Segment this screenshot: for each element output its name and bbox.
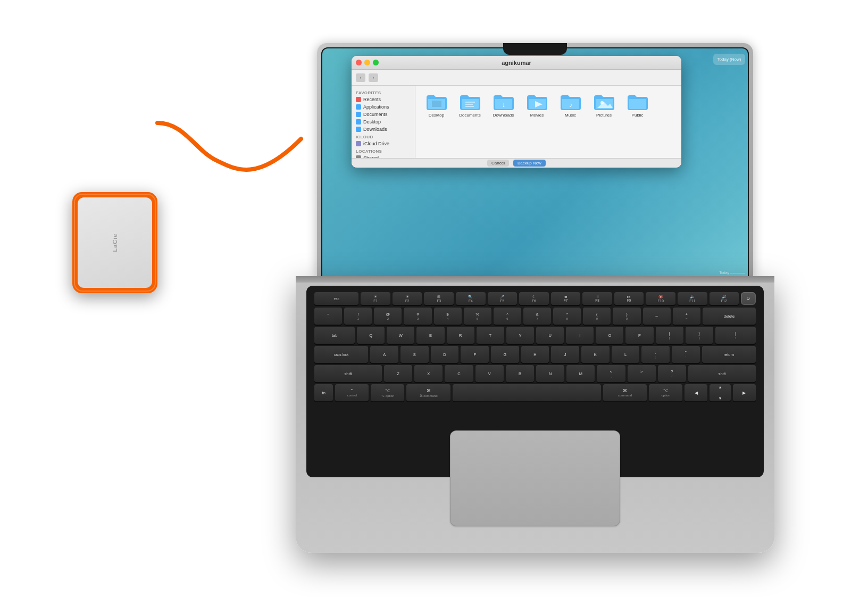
- key-arrow-updown[interactable]: ▲▼: [710, 384, 730, 401]
- trackpad[interactable]: [450, 430, 620, 526]
- key-9[interactable]: (9: [583, 308, 611, 325]
- key-v[interactable]: V: [475, 365, 504, 382]
- key-e[interactable]: E: [416, 327, 444, 344]
- sidebar-item-downloads[interactable]: Downloads: [352, 126, 415, 133]
- key-return[interactable]: return: [702, 346, 756, 363]
- key-equals[interactable]: +=: [673, 308, 700, 325]
- key-y[interactable]: Y: [506, 327, 534, 344]
- key-f6[interactable]: ☾F6: [519, 292, 549, 305]
- key-n[interactable]: N: [536, 365, 564, 382]
- key-semicolon[interactable]: :;: [641, 346, 670, 363]
- key-k[interactable]: K: [581, 346, 610, 363]
- key-fn[interactable]: fn: [314, 384, 333, 401]
- desktop-folder-icon: [425, 92, 448, 111]
- key-0[interactable]: )0: [613, 308, 640, 325]
- key-comma[interactable]: <,: [597, 365, 625, 382]
- key-l[interactable]: L: [612, 346, 640, 363]
- file-item-movies[interactable]: Movies: [522, 92, 552, 118]
- sidebar-item-desktop[interactable]: Desktop: [352, 118, 415, 126]
- key-x[interactable]: X: [414, 365, 443, 382]
- key-u[interactable]: U: [536, 327, 564, 344]
- key-shift-right[interactable]: shift: [688, 365, 756, 382]
- key-1[interactable]: !1: [344, 308, 372, 325]
- key-tab[interactable]: tab: [314, 327, 355, 344]
- key-o[interactable]: O: [596, 327, 623, 344]
- backup-now-button[interactable]: Backup Now: [513, 160, 546, 167]
- key-shift-left[interactable]: shift: [314, 365, 382, 382]
- key-f8[interactable]: ⏸F8: [582, 292, 612, 305]
- minimize-button[interactable]: [364, 60, 370, 65]
- key-command-right[interactable]: ⌘command: [603, 384, 647, 401]
- key-delete[interactable]: delete: [703, 308, 756, 325]
- key-7[interactable]: &7: [523, 308, 551, 325]
- key-command-left[interactable]: ⌘⌘ command: [406, 384, 450, 401]
- file-item-downloads[interactable]: ↓ Downloads: [489, 92, 518, 118]
- key-s[interactable]: S: [400, 346, 429, 363]
- sidebar-item-applications[interactable]: Applications: [352, 103, 415, 111]
- nav-back-button[interactable]: ‹: [356, 73, 365, 82]
- file-item-pictures[interactable]: Pictures: [589, 92, 619, 118]
- file-item-music[interactable]: ♪ Music: [556, 92, 585, 118]
- key-g[interactable]: G: [491, 346, 519, 363]
- key-f7[interactable]: ⏮F7: [551, 292, 581, 305]
- key-i[interactable]: I: [566, 327, 594, 344]
- key-8[interactable]: *8: [553, 308, 581, 325]
- key-f10[interactable]: 🔇F10: [646, 292, 675, 305]
- key-option-left[interactable]: ⌥⌥ option: [371, 384, 404, 401]
- key-d[interactable]: D: [431, 346, 459, 363]
- key-minus[interactable]: _-: [643, 308, 671, 325]
- key-f2[interactable]: ☀F2: [393, 292, 422, 305]
- key-p[interactable]: P: [625, 327, 653, 344]
- file-item-desktop[interactable]: Desktop: [422, 92, 451, 118]
- key-f5[interactable]: 🎤F5: [488, 292, 518, 305]
- key-space[interactable]: [453, 384, 601, 401]
- key-f9[interactable]: ⏭F9: [614, 292, 644, 305]
- key-c[interactable]: C: [445, 365, 473, 382]
- sidebar-item-icloud[interactable]: iCloud Drive: [352, 140, 415, 147]
- sidebar-item-recents[interactable]: Recents: [352, 96, 415, 103]
- key-4[interactable]: $4: [434, 308, 462, 325]
- key-b[interactable]: B: [506, 365, 534, 382]
- file-item-documents[interactable]: Documents: [455, 92, 485, 118]
- key-arrow-right[interactable]: ▶: [733, 384, 756, 401]
- key-r[interactable]: R: [447, 327, 474, 344]
- key-option-right[interactable]: ⌥option: [649, 384, 682, 401]
- key-f[interactable]: F: [461, 346, 489, 363]
- file-item-public[interactable]: Public: [623, 92, 652, 118]
- key-2[interactable]: @2: [374, 308, 402, 325]
- key-h[interactable]: H: [521, 346, 549, 363]
- key-m[interactable]: M: [566, 365, 595, 382]
- close-button[interactable]: [356, 60, 362, 65]
- key-3[interactable]: #3: [404, 308, 431, 325]
- key-power[interactable]: ⏻: [741, 292, 756, 305]
- key-arrow-left[interactable]: ◀: [685, 384, 707, 401]
- key-backtick[interactable]: ~`: [314, 308, 342, 325]
- key-slash[interactable]: ?/: [658, 365, 686, 382]
- finder-window[interactable]: agnikumar ‹ › Favorites Recents: [352, 56, 681, 168]
- key-backslash[interactable]: |\: [715, 327, 756, 344]
- key-f11[interactable]: 🔉F11: [678, 292, 707, 305]
- key-6[interactable]: ^6: [494, 308, 521, 325]
- key-w[interactable]: W: [387, 327, 414, 344]
- key-lbracket[interactable]: {[: [656, 327, 683, 344]
- key-z[interactable]: Z: [384, 365, 412, 382]
- key-f3[interactable]: ⊞F3: [424, 292, 454, 305]
- key-quote[interactable]: "': [672, 346, 700, 363]
- key-capslock[interactable]: caps lock: [314, 346, 368, 363]
- maximize-button[interactable]: [373, 60, 379, 65]
- key-f4[interactable]: 🔍F4: [456, 292, 486, 305]
- key-5[interactable]: %5: [464, 308, 491, 325]
- key-a[interactable]: A: [370, 346, 398, 363]
- key-esc[interactable]: esc: [314, 292, 358, 305]
- key-j[interactable]: J: [551, 346, 579, 363]
- key-f1[interactable]: ☀F1: [361, 292, 390, 305]
- sidebar-item-documents[interactable]: Documents: [352, 111, 415, 118]
- key-period[interactable]: >.: [628, 365, 656, 382]
- key-t[interactable]: T: [477, 327, 504, 344]
- key-q[interactable]: Q: [357, 327, 385, 344]
- key-control[interactable]: ⌃control: [335, 384, 369, 401]
- cancel-button[interactable]: Cancel: [487, 160, 509, 167]
- nav-forward-button[interactable]: ›: [369, 73, 378, 82]
- key-f12[interactable]: 🔊F12: [710, 292, 739, 305]
- key-rbracket[interactable]: }]: [686, 327, 713, 344]
